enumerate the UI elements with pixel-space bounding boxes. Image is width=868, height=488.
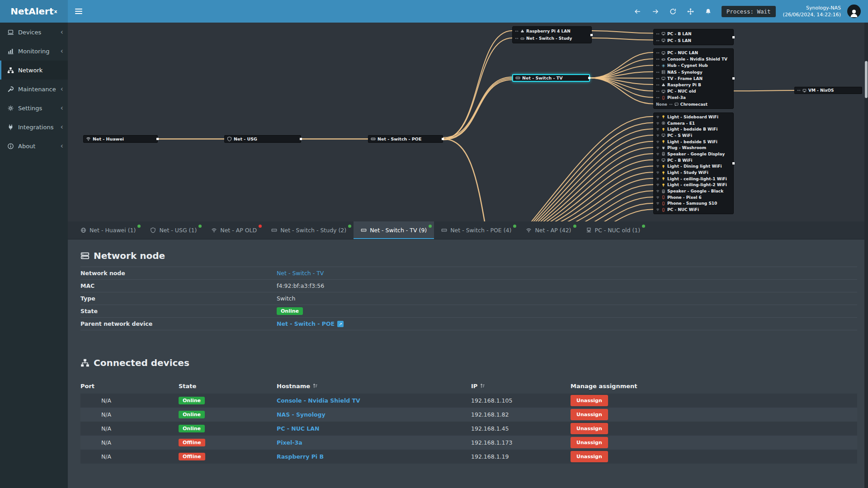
- topology-node-chromecast[interactable]: NoneChromecast: [654, 101, 733, 108]
- topology-node-pc-nuc-lan[interactable]: PC - NUC LAN: [654, 50, 733, 56]
- sidebar-item-about[interactable]: About‹: [0, 136, 68, 155]
- refresh-button[interactable]: [670, 8, 676, 15]
- topology-node-net-switch-study[interactable]: Net - Switch - Study: [513, 35, 591, 42]
- topology-node-light-dining-light-wifi[interactable]: Light - Dining light WiFi: [654, 164, 733, 170]
- node-label: Speaker - Google Display: [667, 152, 725, 156]
- sidebar-item-monitoring[interactable]: Monitoring‹: [0, 42, 68, 61]
- topology-node-net-switch-tv[interactable]: Net - Switch - TV: [512, 74, 590, 82]
- unassign-button[interactable]: Unassign: [571, 423, 608, 434]
- tab-pc-nuc-old-1[interactable]: PC - NUC old (1): [579, 221, 648, 239]
- topology-node-pc-s-lan[interactable]: PC - S LAN: [654, 37, 733, 44]
- chevron-left-icon: ‹: [61, 104, 63, 112]
- node-label: Console - Nvidia Shield TV: [667, 57, 727, 61]
- tab-net-switch-poe-4[interactable]: Net - Switch - POE (4): [434, 221, 519, 239]
- cell-manage: Unassign: [571, 395, 857, 406]
- node-label: Net - Switch - TV: [522, 75, 563, 80]
- device-link[interactable]: Pixel-3a: [277, 439, 302, 446]
- topology-node-hub-cygnet-hub[interactable]: Hub - Cygnet Hub: [654, 62, 733, 69]
- topology-node-light-study-wifi[interactable]: Light - Study WiFi: [654, 169, 733, 176]
- topology-node-phone-samsung-s10[interactable]: Phone - Samsung S10: [654, 201, 733, 207]
- camera-icon: [661, 121, 665, 125]
- phone-icon: [661, 96, 665, 100]
- process-status[interactable]: Process: Wait: [722, 6, 776, 17]
- ethernet-icon: [586, 227, 592, 233]
- sidebar-item-label: Integrations: [18, 124, 53, 131]
- tab-net-switch-tv-9[interactable]: Net - Switch - TV (9): [354, 221, 434, 239]
- status-dot: [198, 225, 202, 228]
- external-link-icon[interactable]: ↗: [337, 321, 344, 327]
- sidebar-item-settings[interactable]: Settings‹: [0, 99, 68, 117]
- tab-net-ap-42[interactable]: Net - AP (42): [519, 221, 578, 239]
- unassign-button[interactable]: Unassign: [571, 437, 608, 448]
- node-label: Plug - Washroom: [667, 145, 706, 150]
- tab-net-usg-1[interactable]: Net - USG (1): [143, 221, 204, 239]
- sidebar-item-network[interactable]: Network: [0, 61, 68, 80]
- topology-node-light-ceiling-light-1-wifi[interactable]: Light - ceiling-light-1 WiFi: [654, 176, 733, 182]
- menu-icon[interactable]: [68, 0, 90, 23]
- sidebar-item-integrations[interactable]: Integrations‹: [0, 117, 68, 136]
- scrollbar[interactable]: [864, 23, 868, 488]
- topology-node-raspberry-pi-4-lan[interactable]: Raspberry Pi 4 LAN: [513, 28, 591, 35]
- topology-node-net-huawei[interactable]: Net - Huawei: [83, 135, 158, 143]
- tab-net-ap-old[interactable]: Net - AP OLD: [204, 221, 264, 239]
- shield-icon: [227, 136, 232, 141]
- unassign-button[interactable]: Unassign: [571, 395, 608, 406]
- topology-node-pc-nuc-old[interactable]: PC - NUC old: [654, 88, 733, 94]
- switch-icon: [520, 37, 524, 41]
- topology-node-camera-e1[interactable]: Camera - E1: [654, 120, 733, 127]
- topology-node-pc-b-lan[interactable]: PC - B LAN: [654, 30, 733, 37]
- unassign-button[interactable]: Unassign: [571, 409, 608, 420]
- topology-node-light-sideboard-wifi[interactable]: Light - Sideboard WiFi: [654, 114, 733, 120]
- server-info: Synology-NAS (26/06/2024, 14:22:16): [783, 5, 841, 19]
- topology-node-pc-b-wifi[interactable]: PC - B WiFi: [654, 157, 733, 164]
- tab-label: Net - Switch - POE (4): [450, 227, 511, 234]
- device-link[interactable]: Raspberry Pi B: [277, 453, 324, 460]
- topology-node-phone-pixel-6[interactable]: Phone - Pixel 6: [654, 194, 733, 201]
- app-logo[interactable]: NetAlertx: [0, 0, 68, 23]
- tab-label: PC - NUC old (1): [595, 227, 641, 234]
- sidebar-item-maintenance[interactable]: Maintenance‹: [0, 80, 68, 99]
- topology-node-speaker-google-black[interactable]: Speaker - Google - Black: [654, 188, 733, 194]
- nav-back-button[interactable]: [634, 8, 641, 15]
- sidebar-item-devices[interactable]: Devices‹: [0, 23, 68, 42]
- tab-net-huawei-1[interactable]: Net - Huawei (1): [73, 221, 143, 239]
- node-link[interactable]: Net - Switch - TV: [277, 270, 324, 277]
- state-badge: Online: [179, 425, 205, 432]
- wifi-icon: [656, 115, 660, 119]
- topology-node-pc-s-wifi[interactable]: PC - S WiFi: [654, 132, 733, 139]
- topology-node-light-bedside-b-wifi[interactable]: Light - bedside B WiFi: [654, 126, 733, 132]
- field-value: Switch: [277, 295, 295, 302]
- topology-node-light-ceiling-light-2-wifi[interactable]: Light - ceiling-light-2 WiFi: [654, 182, 733, 188]
- topology-node-light-bedside-s-wifi[interactable]: Light - bedside S WiFi: [654, 139, 733, 145]
- unassign-button[interactable]: Unassign: [571, 451, 608, 462]
- scrollbar-thumb[interactable]: [865, 61, 868, 98]
- topology-node-pc-nuc-wifi[interactable]: PC - NUC WiFi: [654, 206, 733, 213]
- parent-node-link[interactable]: Net - Switch - POE: [277, 320, 335, 327]
- topology-node-plug-washroom[interactable]: Plug - Washroom: [654, 145, 733, 151]
- move-button[interactable]: [687, 8, 694, 15]
- topology-node-console-nvidia-shield-tv[interactable]: Console - Nvidia Shield TV: [654, 56, 733, 62]
- topology-node-speaker-google-display[interactable]: Speaker - Google Display: [654, 151, 733, 157]
- nav-forward-button[interactable]: [652, 8, 659, 15]
- column-header-ip[interactable]: IP: [471, 383, 571, 389]
- device-link[interactable]: NAS - Synology: [277, 411, 326, 418]
- node-label: PC - NUC old: [667, 89, 696, 94]
- topology-node-raspberry-pi-b[interactable]: Raspberry Pi B: [654, 82, 733, 88]
- topology-node-tv-frame-lan[interactable]: TV - Frame LAN: [654, 75, 733, 82]
- arrow-left-icon: [634, 8, 641, 15]
- header-actions: [634, 0, 712, 23]
- tab-net-switch-study-2[interactable]: Net - Switch - Study (2): [264, 221, 354, 239]
- speaker-icon: [661, 152, 665, 156]
- column-header-hostname[interactable]: Hostname: [277, 383, 471, 389]
- notifications-button[interactable]: [705, 8, 712, 15]
- topology-node-pixel-3a[interactable]: Pixel-3a: [654, 94, 733, 101]
- wifi-icon: [656, 152, 660, 156]
- topology-node-nas-synology[interactable]: NAS - Synology: [654, 69, 733, 75]
- topology-node-vm-nixos[interactable]: VM - NixOS: [794, 87, 862, 94]
- wifi-icon: [656, 122, 660, 125]
- device-link[interactable]: Console - Nvidia Shield TV: [277, 397, 360, 404]
- topology-node-net-switch-poe[interactable]: Net - Switch - POE: [368, 135, 443, 143]
- device-link[interactable]: PC - NUC LAN: [277, 425, 319, 432]
- topology-node-net-usg[interactable]: Net - USG: [224, 135, 301, 143]
- user-avatar[interactable]: [847, 5, 861, 18]
